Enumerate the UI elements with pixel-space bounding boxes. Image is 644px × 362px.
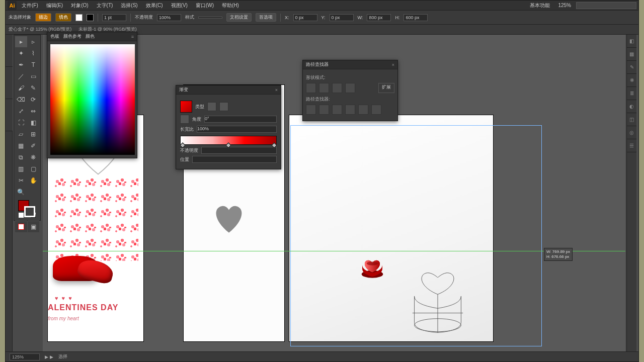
intersect-icon[interactable] (332, 83, 342, 93)
hand-tool[interactable]: ✋ (28, 175, 40, 186)
blend-tool[interactable]: ⧉ (15, 152, 27, 163)
stop-location-field[interactable] (192, 156, 277, 163)
unite-icon[interactable] (306, 83, 316, 93)
dock-brushes-icon[interactable]: ✎ (627, 61, 636, 74)
color-spectrum[interactable] (50, 44, 135, 155)
color-panel[interactable]: 色板 颜色参考 颜色 ≡ (47, 32, 137, 158)
fill-stroke-control[interactable] (15, 198, 39, 221)
chip-fill[interactable]: 填色 (55, 13, 71, 22)
lasso-tool[interactable]: ⌇ (28, 48, 40, 59)
symbol-sprayer-tool[interactable]: ❋ (28, 152, 40, 163)
radial-gradient-icon[interactable] (219, 102, 228, 111)
none-mode-icon[interactable] (15, 221, 27, 232)
trim-icon[interactable] (319, 105, 329, 115)
dock-swatches-icon[interactable]: ▦ (627, 48, 636, 61)
minus-front-icon[interactable] (319, 83, 329, 93)
screen-mode-icon[interactable]: ▣ (28, 221, 40, 232)
pathfinder-panel[interactable]: 路径查找器 × 形状模式: 扩展 路径查找器: (302, 60, 398, 121)
chip-stroke[interactable]: 描边 (35, 13, 51, 22)
type-tool[interactable]: T (28, 59, 40, 70)
w-field[interactable]: 800 px (367, 14, 391, 21)
menu-effect[interactable]: 效果(C) (143, 1, 166, 10)
dock-symbols-icon[interactable]: ❋ (627, 74, 636, 87)
artboard-tool[interactable]: ▢ (28, 163, 40, 174)
menu-select[interactable]: 选择(S) (118, 1, 140, 10)
menu-file[interactable]: 文件(F) (19, 1, 41, 10)
column-graph-tool[interactable]: ▥ (15, 163, 27, 174)
scale-tool[interactable]: ⤢ (15, 106, 27, 117)
slice-tool[interactable]: ✂ (15, 175, 27, 186)
menu-window[interactable]: 窗口(W) (193, 1, 217, 10)
linear-gradient-icon[interactable] (207, 102, 216, 111)
aspect-ratio-field[interactable]: 100% (197, 126, 277, 133)
menu-view[interactable]: 视图(V) (168, 1, 191, 10)
y-field[interactable]: 0 px (330, 14, 354, 21)
workspace-label[interactable]: 基本功能 (527, 1, 553, 10)
x-field[interactable]: 0 px (293, 14, 317, 21)
prefs-button[interactable]: 首选项 (256, 13, 276, 22)
shape-builder-tool[interactable]: ◧ (28, 117, 40, 128)
crop-icon[interactable] (345, 105, 355, 115)
dock-gradient-icon[interactable]: ◐ (627, 100, 636, 113)
doc-setup-button[interactable]: 文档设置 (226, 13, 252, 22)
rotate-tool[interactable]: ⟳ (28, 94, 40, 105)
stroke-swatch[interactable] (87, 14, 94, 21)
zoom-tool[interactable]: 🔍 (15, 187, 27, 198)
paintbrush-tool[interactable]: 🖌 (15, 82, 27, 94)
menu-edit[interactable]: 编辑(E) (43, 1, 66, 10)
close-icon[interactable]: × (392, 62, 394, 67)
eyedropper-tool[interactable]: ✐ (28, 140, 40, 151)
h-field[interactable]: 600 px (404, 14, 428, 21)
stop-opacity-field[interactable] (201, 147, 277, 154)
angle-field[interactable]: 0° (204, 116, 277, 123)
gradient-panel[interactable]: 渐变 × 类型 角度 0° 长宽比 100% (176, 85, 281, 169)
dock-layers-icon[interactable]: ☰ (627, 139, 636, 152)
merge-icon[interactable] (332, 105, 342, 115)
selection-tool[interactable]: ▸ (15, 36, 27, 47)
panel-menu-icon[interactable]: ≡ (131, 34, 134, 39)
help-search[interactable] (576, 2, 636, 9)
perspective-tool[interactable]: ▱ (15, 129, 27, 140)
stroke-color[interactable] (24, 206, 35, 217)
stroke-weight[interactable]: 1 pt (102, 14, 126, 21)
line-tool[interactable]: ／ (15, 71, 27, 82)
mesh-tool[interactable]: ⊞ (28, 129, 40, 140)
menu-object[interactable]: 对象(O) (68, 1, 91, 10)
exclude-icon[interactable] (345, 83, 355, 93)
dock-color-icon[interactable]: ◧ (627, 35, 636, 48)
gradient-stroke-icon[interactable] (180, 115, 189, 124)
outline-icon[interactable] (358, 105, 368, 115)
divide-icon[interactable] (306, 105, 316, 115)
menu-type[interactable]: 文字(T) (94, 1, 116, 10)
selection-bounding-box[interactable] (290, 125, 542, 346)
free-transform-tool[interactable]: ⛶ (15, 117, 27, 128)
dock-appearance-icon[interactable]: ◎ (627, 126, 636, 139)
magic-wand-tool[interactable]: ✦ (15, 48, 27, 59)
close-icon[interactable]: × (275, 87, 278, 93)
pencil-tool[interactable]: ✎ (28, 82, 40, 94)
expand-button[interactable]: 扩展 (378, 83, 394, 93)
rectangle-tool[interactable]: ▭ (28, 71, 40, 82)
minus-back-icon[interactable] (371, 105, 381, 115)
eraser-tool[interactable]: ⌫ (15, 94, 27, 105)
dock-stroke-icon[interactable]: ≣ (627, 87, 636, 100)
menu-help[interactable]: 帮助(H) (219, 1, 242, 10)
gradient-slider[interactable] (180, 136, 277, 145)
color-tab-swatches[interactable]: 色板 (50, 33, 59, 40)
width-tool[interactable]: ⇔ (28, 106, 40, 117)
color-tab-guide[interactable]: 颜色参考 (63, 33, 82, 40)
style-menu[interactable] (198, 17, 222, 19)
right-dock[interactable]: ◧ ▦ ✎ ❋ ≣ ◐ ◫ ◎ ☰ (626, 35, 636, 351)
left-collapsed-ribbon[interactable] (6, 35, 13, 351)
opacity-field[interactable]: 100% (157, 14, 181, 21)
pen-tool[interactable]: ✒ (15, 59, 27, 70)
gradient-tool[interactable]: ▦ (15, 140, 27, 151)
direct-selection-tool[interactable]: ▹ (28, 36, 40, 47)
color-tab-color[interactable]: 颜色 (86, 33, 95, 40)
zoom-field[interactable]: 125% (10, 353, 40, 360)
nav-arrows-icon[interactable]: ▶ ▶ (45, 354, 53, 359)
fill-swatch[interactable] (75, 14, 83, 21)
gradient-preview-swatch[interactable] (180, 101, 192, 113)
zoom-display[interactable]: 125% (555, 2, 574, 9)
dock-transparency-icon[interactable]: ◫ (627, 113, 636, 126)
